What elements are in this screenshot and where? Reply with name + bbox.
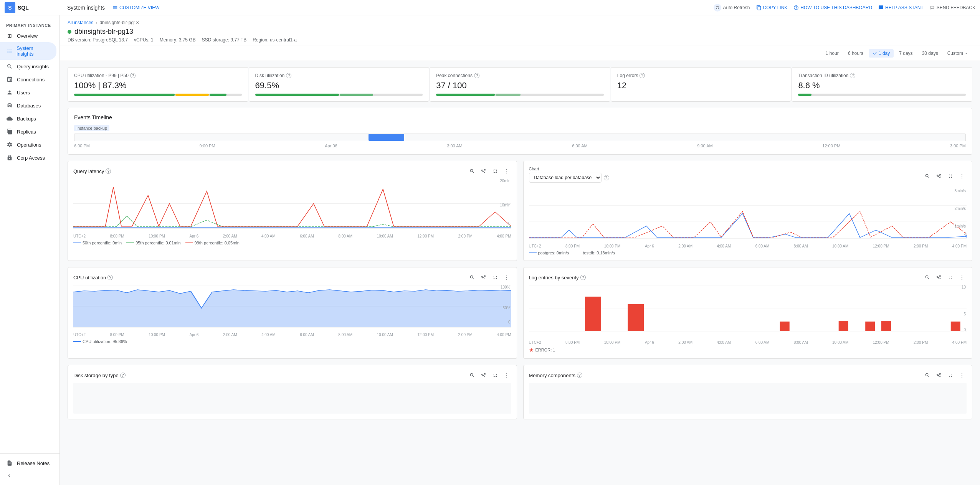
query-latency-help-icon[interactable]: ? [106,168,111,174]
expand-icon[interactable] [934,371,944,380]
region: Region: us-central1-a [253,37,297,43]
time-btn-30days[interactable]: 30 days [918,49,942,58]
timeline-axis: 6:00 PM 9:00 PM Apr 06 3:00 AM 6:00 AM 9… [74,144,966,148]
log-errors-help-icon[interactable]: ? [640,73,645,78]
db-version: DB version: PostgreSQL 13.7 [68,37,128,43]
sidebar-item-corp-access[interactable]: Corp Access [0,151,56,164]
fullscreen-icon[interactable] [491,371,500,380]
more-options-icon[interactable]: ⋮ [957,273,967,282]
fullscreen-icon[interactable] [946,172,955,181]
sidebar-item-operations[interactable]: Operations [0,138,56,151]
chart-header: Query latency ? ⋮ [73,167,511,176]
breadcrumb-parent[interactable]: All instances [68,20,93,25]
cpu-util-help-icon[interactable]: ? [107,275,113,280]
sidebar-item-label: Backups [17,116,36,122]
time-btn-custom[interactable]: Custom [944,49,972,58]
release-notes-icon [6,460,13,467]
expand-icon[interactable] [479,273,488,282]
expand-icon[interactable] [479,167,488,176]
more-options-icon[interactable]: ⋮ [957,172,967,181]
log-entries-legend: ★ ERROR: 1 [529,347,967,353]
memory-help-icon[interactable]: ? [577,373,582,378]
fullscreen-icon[interactable] [946,371,955,380]
sidebar-item-label: Connections [17,77,45,82]
zoom-icon[interactable] [468,167,477,176]
metric-card-cpu: CPU utilization - P99 | P50 ? 100% | 87.… [68,67,248,102]
database-load-help-icon[interactable]: ? [604,175,609,180]
fullscreen-icon[interactable] [946,273,955,282]
sidebar: PRIMARY INSTANCE ⊞ Overview System insig… [0,15,60,485]
sidebar-item-query-insights[interactable]: Query insights [0,60,56,73]
sidebar-item-label: Databases [17,103,41,109]
expand-icon[interactable] [934,172,944,181]
expand-icon[interactable] [934,273,944,282]
cpu-util-svg [73,285,511,331]
memory: Memory: 3.75 GB [160,37,196,43]
fullscreen-icon[interactable] [491,273,500,282]
more-options-icon[interactable]: ⋮ [957,371,967,380]
more-options-icon[interactable]: ⋮ [502,371,511,380]
chart-title: CPU utilization ? [73,275,113,280]
log-entries-svg [529,285,967,335]
time-range-bar: 1 hour 6 hours 1 day 7 days 30 days Cust… [60,46,980,61]
time-btn-7days[interactable]: 7 days [895,49,916,58]
cpu-help-icon[interactable]: ? [130,73,136,78]
sidebar-item-connections[interactable]: Connections [0,73,56,86]
metric-bar-connections [436,94,604,96]
system-insights-icon [6,48,13,54]
legend-99th: 99th percentile: 0.05min [185,241,240,245]
zoom-icon[interactable] [923,273,932,282]
svg-rect-21 [950,322,960,331]
content-header: All instances › dbinsights-blr-pg13 dbin… [60,15,980,46]
sidebar-item-system-insights[interactable]: System insights [0,42,56,60]
bar-fill [436,94,495,96]
send-feedback-button[interactable]: SEND FEEDBACK [930,5,975,10]
sidebar-item-release-notes[interactable]: Release Notes [0,457,56,470]
bar-fill [798,94,811,96]
time-btn-1hour[interactable]: 1 hour [822,49,843,58]
connections-help-icon[interactable]: ? [474,73,479,78]
zoom-icon[interactable] [468,273,477,282]
log-entries-help-icon[interactable]: ? [580,275,586,280]
sidebar-item-replicas[interactable]: Replicas [0,125,56,138]
metric-bar-disk [255,94,423,96]
time-btn-6hours[interactable]: 6 hours [844,49,867,58]
fullscreen-icon[interactable] [491,167,500,176]
legend-testdb: testdb: 0.18min/s [573,251,615,255]
more-options-icon[interactable]: ⋮ [502,273,511,282]
query-latency-legend: 50th percentile: 0min 95th percentile: 0… [73,241,511,245]
query-latency-axis: UTC+28:00 PM10:00 PMApr 62:00 AM4:00 AM6… [73,234,511,238]
sidebar-item-backups[interactable]: Backups [0,112,56,125]
connections-icon [6,76,13,83]
sidebar-collapse-button[interactable] [0,470,59,482]
database-load-select[interactable]: Database load per database [529,173,602,183]
zoom-icon[interactable] [923,371,932,380]
disk-storage-help-icon[interactable]: ? [120,373,126,378]
disk-storage-placeholder [73,383,511,414]
zoom-icon[interactable] [468,371,477,380]
sidebar-item-overview[interactable]: ⊞ Overview [0,29,56,42]
chart-header: Log entries by severity ? ⋮ [529,273,967,282]
how-to-use-button[interactable]: HOW TO USE THIS DASHBOARD [793,5,872,10]
txn-help-icon[interactable]: ? [850,73,855,78]
more-options-icon[interactable]: ⋮ [502,167,511,176]
zoom-icon[interactable] [923,172,932,181]
timeline-label: Instance backup [74,125,109,131]
expand-icon[interactable] [479,371,488,380]
metric-bar-txn [798,94,966,96]
disk-help-icon[interactable]: ? [286,73,291,78]
chart-header: Chart Database load per database ? [529,167,967,186]
disk-storage-chart: Disk storage by type ? ⋮ [68,365,517,419]
instance-name: dbinsights-blr-pg13 [74,28,133,36]
sidebar-item-databases[interactable]: Databases [0,99,56,112]
time-btn-1day[interactable]: 1 day [869,49,894,58]
customize-view-button[interactable]: CUSTOMIZE VIEW [112,5,159,10]
help-assistant-button[interactable]: HELP ASSISTANT [878,5,924,10]
chart-actions: ⋮ [923,273,967,282]
chart-actions: ⋮ [923,371,967,380]
auto-refresh-button[interactable]: Auto Refresh [714,4,750,12]
top-bar-actions: Auto Refresh COPY LINK HOW TO USE THIS D… [714,4,975,12]
database-load-chart: Chart Database load per database ? [523,161,973,261]
copy-link-button[interactable]: COPY LINK [756,5,788,10]
sidebar-item-users[interactable]: Users [0,86,56,99]
